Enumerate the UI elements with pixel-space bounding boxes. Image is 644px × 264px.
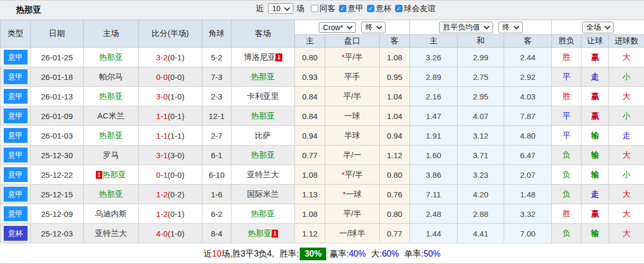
- filter-checkbox-club-friendly[interactable]: [395, 5, 402, 12]
- goals-result-value: 大: [623, 229, 631, 238]
- goals-result-value: 大: [623, 189, 631, 198]
- handicap-value: 平/半: [345, 52, 363, 61]
- filter-checkbox-serie-a[interactable]: [339, 5, 346, 12]
- date-cell: 25-12-30: [31, 145, 84, 165]
- result-value: 平: [562, 111, 570, 120]
- handicap-result-cell: 赢: [582, 48, 609, 67]
- filter-checkbox-coppa-italia[interactable]: [367, 5, 374, 12]
- result-cell: 负: [552, 224, 582, 243]
- league-badge: 意杯: [4, 226, 28, 241]
- filter-controls: 近 10 场 同客 意甲 意杯 球会友谊: [256, 3, 436, 14]
- home-odds-cell: 0.84: [295, 87, 325, 106]
- home-team-cell: AC米兰: [84, 106, 139, 126]
- filter-label: 球会友谊: [404, 4, 436, 14]
- league-cell: 意甲: [1, 126, 31, 145]
- recent-count-select[interactable]: 10: [268, 3, 293, 14]
- league-badge: 意甲: [4, 108, 28, 123]
- chevron-down-icon: [604, 23, 610, 29]
- away-team-name: 热那亚: [251, 150, 275, 159]
- table-row: 意甲 25-12-30 罗马 3-1(3-0) 6-1 热那亚 0.77 半/一…: [1, 145, 644, 165]
- avg-away-cell: 6.47: [504, 145, 552, 165]
- away-team-cell: 国际米兰: [231, 185, 295, 204]
- league-cell: 意甲: [1, 145, 31, 165]
- away-team-cell: 热那亚: [231, 145, 295, 165]
- result-group-header: 全场: [552, 20, 644, 35]
- handicap-cell: 一球: [325, 106, 380, 126]
- avg-type-select[interactable]: 胜平负均值: [439, 22, 493, 33]
- avg-draw-cell: 3.12: [458, 126, 504, 145]
- league-badge: 意甲: [4, 206, 28, 221]
- sub-header-odds-away: 客: [380, 35, 410, 48]
- home-team-cell: 热那亚: [84, 87, 139, 106]
- half-time-score: (0-1): [168, 112, 185, 121]
- goals-result-value: 大: [623, 52, 631, 61]
- home-team-name: 热那亚: [99, 189, 123, 198]
- summary-oddswin-value: 40%: [349, 249, 366, 259]
- corner-cell: 5-2: [202, 48, 231, 67]
- odds-time-select[interactable]: 终: [361, 22, 386, 33]
- avg-draw-cell: 4.20: [458, 185, 504, 204]
- period-select[interactable]: 全场: [582, 22, 614, 33]
- home-odds-cell: 1.08: [295, 204, 325, 224]
- date-cell: 26-01-25: [31, 48, 84, 67]
- chevron-down-icon: [376, 23, 382, 29]
- away-odds-cell: 0.77: [380, 224, 410, 243]
- handicap-cell: 平手: [325, 67, 380, 87]
- avg-away-cell: 2.44: [504, 48, 552, 67]
- date-cell: 26-01-18: [31, 67, 84, 87]
- col-header-corner: 角球: [202, 20, 231, 48]
- sub-header-handicap: 盘口: [325, 35, 380, 48]
- avg-draw-cell: 2.88: [458, 204, 504, 224]
- bookmaker-select[interactable]: Crow*: [319, 22, 356, 33]
- away-team-cell: 热那亚: [231, 204, 295, 224]
- avg-home-cell: 2.48: [410, 204, 458, 224]
- avg-home-cell: 1.44: [410, 224, 458, 243]
- away-team-name: 热那亚: [251, 111, 275, 120]
- chevron-down-icon: [346, 23, 352, 29]
- handicap-result-cell: 输: [582, 145, 609, 165]
- away-team-name: 博洛尼亚: [244, 52, 275, 61]
- goals-result-value: 小: [623, 170, 631, 179]
- summary-record: 场,胜3平3负4,: [221, 249, 274, 260]
- score-cell: 1-2(0-1): [139, 204, 202, 224]
- recent-label: 近: [256, 4, 264, 14]
- home-odds-cell: 0.77: [295, 145, 325, 165]
- home-team-cell: 1热那亚: [84, 165, 139, 185]
- avg-away-cell: 4.03: [504, 87, 552, 106]
- home-team-cell: 帕尔马: [84, 67, 139, 87]
- handicap-cell: *平/半: [325, 165, 380, 185]
- away-team-name: 国际米兰: [247, 189, 279, 198]
- date-cell: 26-01-03: [31, 126, 84, 145]
- score-cell: 1-2(0-2): [139, 185, 202, 204]
- summary-recent-label: 近: [203, 249, 212, 260]
- date-cell: 26-01-09: [31, 106, 84, 126]
- home-team-cell: 罗马: [84, 145, 139, 165]
- handicap-result-value: 输: [591, 229, 599, 238]
- sub-header-avg-home: 主: [410, 35, 458, 48]
- score-cell: 1-1(1-1): [139, 126, 202, 145]
- away-odds-cell: 0.80: [380, 204, 410, 224]
- away-team-cell: 热那亚: [231, 67, 295, 87]
- goals-result-cell: 大: [609, 224, 644, 243]
- avg-time-select[interactable]: 终: [498, 22, 523, 33]
- avg-away-cell: 3.32: [504, 204, 552, 224]
- filter-checkbox-same-away[interactable]: [311, 5, 318, 12]
- corner-cell: 12-1: [202, 106, 231, 126]
- away-odds-cell: 0.95: [380, 67, 410, 87]
- result-cell: 胜: [552, 48, 582, 67]
- sub-header-avg-away: 客: [504, 35, 552, 48]
- summary-recent-count: 10: [212, 249, 221, 259]
- home-team-name: 热那亚: [99, 92, 123, 101]
- away-team-cell: 卡利亚里: [231, 87, 295, 106]
- home-team-cell: 亚特兰大: [84, 224, 139, 243]
- away-team-cell: 热那亚1: [231, 224, 295, 243]
- avg-draw-cell: 2.99: [458, 48, 504, 67]
- home-team-name: 热那亚: [99, 131, 123, 140]
- date-cell: 25-12-03: [31, 224, 84, 243]
- home-team-cell: 热那亚: [84, 48, 139, 67]
- score-cell: 1-1(0-1): [139, 106, 202, 126]
- corner-cell: 6-2: [202, 204, 231, 224]
- full-time-score: 1-2: [156, 210, 168, 219]
- avg-draw-cell: 3.23: [458, 165, 504, 185]
- result-value: 胜: [562, 209, 570, 218]
